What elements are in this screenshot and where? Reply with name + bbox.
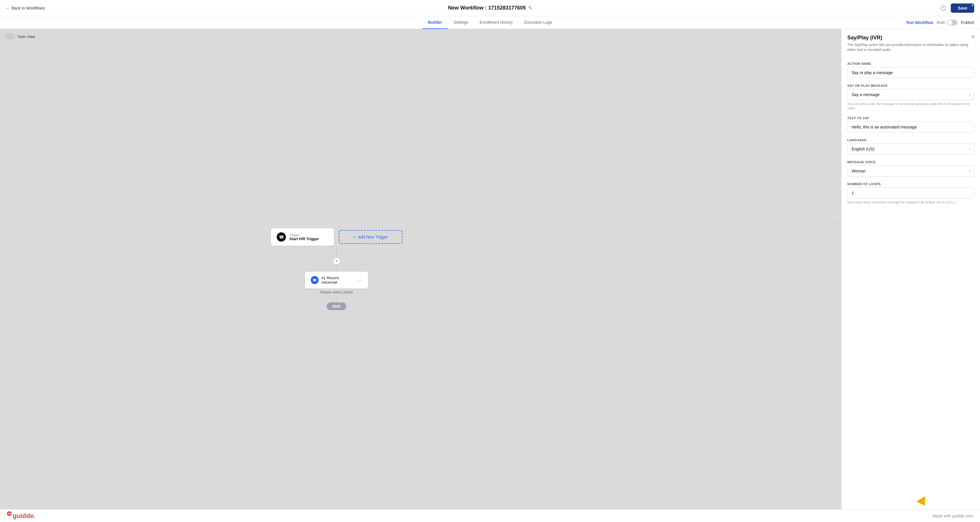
action-menu-icon[interactable]: ⋯ xyxy=(358,278,362,283)
yellow-arrow-indicator xyxy=(916,496,929,508)
end-node: END xyxy=(327,302,346,310)
workflow-title: New Workflow : 1715283177605 xyxy=(448,5,526,11)
action-label: #1 Record voicemail xyxy=(321,276,354,284)
number-of-loops-hint: How many times should the message be rep… xyxy=(847,200,974,204)
nav-tabs: Builder Settings Enrollment History Exec… xyxy=(0,16,980,29)
scrollbar-line-1 xyxy=(832,221,840,222)
number-of-loops-field: NUMBER OF LOOPS How many times should th… xyxy=(847,182,974,204)
tab-settings[interactable]: Settings xyxy=(448,16,474,29)
nav-right: Test Workflow Draft Publish xyxy=(906,20,974,26)
message-voice-select-wrapper: Woman Man ↕ xyxy=(847,166,974,177)
trigger-icon: ☎ xyxy=(277,232,286,242)
publish-button[interactable]: Publish xyxy=(961,20,974,25)
canvas: Stats View ☎ Trigger Start IVR Trigger + xyxy=(0,29,841,509)
plus-connector-1[interactable]: + xyxy=(333,257,340,265)
select-action-label: Please select action xyxy=(320,290,353,294)
connector-line-2 xyxy=(336,265,337,271)
language-label: LANGUAGE xyxy=(847,138,974,142)
plus-icon: + xyxy=(353,235,356,239)
say-or-play-field: SAY OR PLAY MESSAGE Say a message Play a… xyxy=(847,84,974,111)
language-select[interactable]: English (US) English (UK) Spanish xyxy=(847,144,974,155)
trigger-node[interactable]: ☎ Trigger Start IVR Trigger xyxy=(270,228,334,246)
trigger-label: Trigger xyxy=(290,233,319,237)
panel-title: Say/Play (IVR) xyxy=(847,35,974,41)
say-or-play-label: SAY OR PLAY MESSAGE xyxy=(847,84,974,88)
text-to-say-input[interactable] xyxy=(847,121,974,132)
action-node-left: ☎ #1 Record voicemail xyxy=(311,276,354,284)
add-trigger-node[interactable]: + Add New Trigger xyxy=(339,230,402,244)
action-name-label: ACTION NAME xyxy=(847,62,974,65)
right-panel: Say/Play (IVR) The Say/Play action lets … xyxy=(841,29,980,509)
panel-description: The Say/Play action lets you provide ins… xyxy=(847,43,974,53)
header-center: New Workflow : 1715283177605 ✎ xyxy=(448,5,532,11)
panel-header: Say/Play (IVR) The Say/Play action lets … xyxy=(842,29,980,56)
say-or-play-select-wrapper: Say a message Play audio ↕ xyxy=(847,89,974,100)
notification-badge: 29 xyxy=(7,511,11,516)
stats-toggle: Stats View xyxy=(5,34,35,39)
number-of-loops-input[interactable] xyxy=(847,187,974,198)
footer: 29 guidde. Made with guidde.com xyxy=(0,509,980,522)
add-trigger-label: Add New Trigger xyxy=(358,235,388,239)
main: Stats View ☎ Trigger Start IVR Trigger + xyxy=(0,29,980,509)
tab-execution[interactable]: Execution Logs xyxy=(519,16,558,29)
back-arrow-icon: ← xyxy=(6,6,10,10)
test-workflow-button[interactable]: Test Workflow xyxy=(906,20,933,25)
stats-toggle-switch[interactable] xyxy=(5,34,15,39)
trigger-value: Start IVR Trigger xyxy=(290,237,319,241)
save-button[interactable]: Save xyxy=(951,3,974,13)
tab-enrollment[interactable]: Enrollment History xyxy=(474,16,518,29)
connector-line-1 xyxy=(336,246,337,257)
draft-label: Draft xyxy=(937,20,945,25)
header: ← Back to Workflows New Workflow : 17152… xyxy=(0,0,980,16)
action-name-input[interactable] xyxy=(847,67,974,78)
number-of-loops-label: NUMBER OF LOOPS xyxy=(847,182,974,186)
back-button[interactable]: ← Back to Workflows xyxy=(6,6,45,10)
text-to-say-label: TEXT TO SAY xyxy=(847,117,974,120)
action-icon: ☎ xyxy=(311,276,318,284)
canvas-content: Stats View ☎ Trigger Start IVR Trigger + xyxy=(0,29,841,509)
stats-toggle-label: Stats View xyxy=(18,34,35,39)
draft-toggle[interactable] xyxy=(947,20,958,26)
language-select-wrapper: English (US) English (UK) Spanish ↕ xyxy=(847,144,974,155)
connector-1: + xyxy=(333,246,340,271)
footer-logo: 29 guidde. xyxy=(7,512,35,520)
edit-icon[interactable]: ✎ xyxy=(528,5,532,11)
action-name-field: ACTION NAME xyxy=(847,62,974,78)
message-voice-field: MESSAGE VOICE Woman Man ↕ xyxy=(847,160,974,177)
guidde-logo: guidde. xyxy=(13,512,35,520)
say-or-play-select[interactable]: Say a message Play audio xyxy=(847,89,974,100)
action-node[interactable]: ☎ #1 Record voicemail ⋯ xyxy=(305,271,368,289)
connector-line-3 xyxy=(336,295,337,302)
header-right: 🕐 Save xyxy=(940,3,974,13)
draft-toggle-group: Draft xyxy=(937,20,958,26)
trigger-row: ☎ Trigger Start IVR Trigger + Add New Tr… xyxy=(270,228,402,246)
text-to-say-field: TEXT TO SAY xyxy=(847,117,974,132)
footer-credit: Made with guidde.com xyxy=(932,514,973,518)
panel-body: ACTION NAME SAY OR PLAY MESSAGE Say a me… xyxy=(842,56,980,211)
scrollbar-hint xyxy=(832,221,840,223)
tab-builder[interactable]: Builder xyxy=(422,16,448,29)
say-or-play-hint: You can either write the message or reco… xyxy=(847,102,974,111)
trigger-text: Trigger Start IVR Trigger xyxy=(290,233,319,241)
language-field: LANGUAGE English (US) English (UK) Spani… xyxy=(847,138,974,155)
workflow-area: ☎ Trigger Start IVR Trigger + Add New Tr… xyxy=(270,228,402,310)
scrollbar-line-2 xyxy=(832,222,840,223)
panel-close-button[interactable]: ✕ xyxy=(971,34,975,40)
history-icon[interactable]: 🕐 xyxy=(940,5,946,11)
back-label: Back to Workflows xyxy=(11,6,45,10)
message-voice-label: MESSAGE VOICE xyxy=(847,160,974,164)
message-voice-select[interactable]: Woman Man xyxy=(847,166,974,177)
